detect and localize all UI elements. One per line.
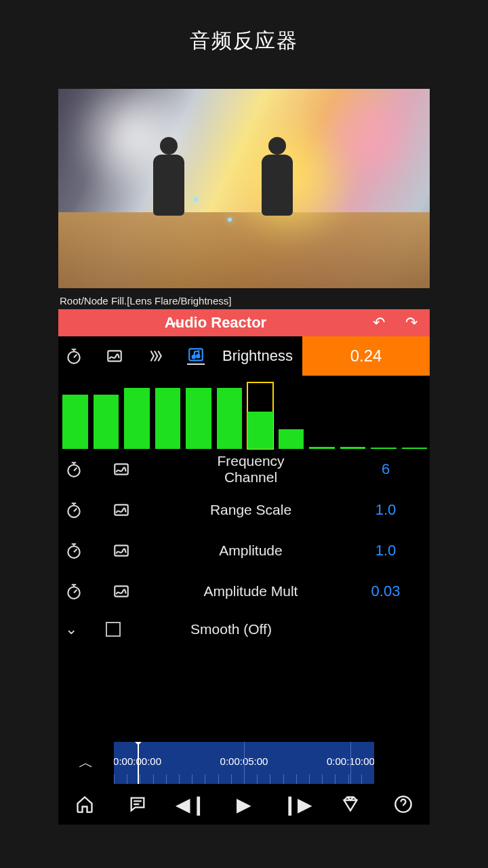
timeline-minor-tick bbox=[348, 774, 349, 784]
svg-point-3 bbox=[192, 355, 195, 358]
curve-icon[interactable] bbox=[113, 460, 130, 478]
smooth-checkbox[interactable] bbox=[106, 622, 121, 637]
curve-icon[interactable] bbox=[106, 347, 123, 365]
bottom-toolbar: ◀❙ ▶ ❙▶ bbox=[58, 784, 430, 825]
param-icons bbox=[65, 583, 160, 600]
timeline-minor-tick bbox=[361, 774, 362, 784]
timeline-minor-tick bbox=[179, 774, 180, 784]
redo-icon[interactable]: ↷ bbox=[405, 314, 418, 332]
chevron-down-icon[interactable]: ⌄ bbox=[65, 620, 106, 638]
stopwatch-icon[interactable] bbox=[65, 501, 83, 519]
param-label: Amplitude bbox=[160, 542, 342, 559]
frequency-bar[interactable] bbox=[371, 448, 396, 449]
header-actions: ↶ ↷ bbox=[373, 314, 430, 332]
timeline-minor-tick bbox=[153, 774, 154, 784]
frequency-bar[interactable] bbox=[402, 448, 428, 449]
play-icon[interactable]: ▶ bbox=[234, 794, 254, 814]
param-label: Amplitude Mult bbox=[160, 583, 342, 599]
timeline-minor-tick bbox=[114, 774, 115, 784]
param-value[interactable]: 1.0 bbox=[342, 501, 430, 519]
brightness-row: Brightness 0.24 bbox=[58, 336, 430, 376]
timeline-minor-tick bbox=[335, 774, 336, 784]
param-icons bbox=[65, 460, 160, 478]
curve-icon[interactable] bbox=[113, 542, 130, 559]
brightness-value[interactable]: 0.24 bbox=[302, 336, 430, 376]
breadcrumb[interactable]: Root/Node Fill.[Lens Flare/Brightness] bbox=[58, 288, 430, 309]
timeline-minor-tick bbox=[166, 774, 167, 784]
frequency-bar[interactable] bbox=[155, 388, 181, 449]
param-icons bbox=[65, 542, 160, 559]
diamond-icon[interactable] bbox=[340, 794, 361, 814]
timeline-minor-tick bbox=[192, 774, 192, 784]
curve-icon[interactable] bbox=[113, 583, 130, 600]
undo-icon[interactable]: ↶ bbox=[373, 314, 385, 332]
brightness-mode-icons bbox=[58, 336, 205, 376]
timeline[interactable]: 0:00:00:000:00:05:000:00:10:00 bbox=[114, 742, 374, 784]
dancer-icon bbox=[140, 137, 201, 252]
param-label: Range Scale bbox=[160, 502, 342, 518]
timeline-minor-tick bbox=[283, 774, 284, 784]
page-title: 音频反应器 bbox=[0, 0, 488, 89]
param-label: FrequencyChannel bbox=[160, 453, 342, 486]
timeline-minor-tick bbox=[140, 774, 140, 784]
panel-header: ← Audio Reactor ↶ ↷ bbox=[58, 309, 430, 336]
frequency-bar[interactable] bbox=[94, 395, 119, 449]
param-row: Amplitude1.0 bbox=[58, 530, 430, 571]
timeline-minor-tick bbox=[322, 774, 323, 784]
timeline-minor-tick bbox=[218, 774, 219, 784]
brightness-label: Brightness bbox=[222, 347, 293, 365]
param-value[interactable]: 0.03 bbox=[342, 583, 430, 600]
param-row: FrequencyChannel6 bbox=[58, 449, 430, 490]
timeline-major-tick bbox=[350, 742, 351, 784]
timeline-minor-tick bbox=[127, 774, 127, 784]
back-arrow-icon[interactable]: ← bbox=[169, 313, 186, 332]
smooth-row[interactable]: ⌄ Smooth (Off) bbox=[58, 612, 430, 647]
svg-point-4 bbox=[197, 355, 199, 357]
lens-flare-icon bbox=[314, 89, 423, 191]
param-row: Amplitude Mult0.03 bbox=[58, 571, 430, 612]
stopwatch-icon[interactable] bbox=[65, 347, 83, 365]
param-value[interactable]: 1.0 bbox=[342, 542, 430, 559]
frequency-bar[interactable] bbox=[309, 447, 335, 449]
step-back-icon[interactable]: ◀❙ bbox=[181, 794, 201, 814]
param-row: Range Scale1.0 bbox=[58, 490, 430, 530]
smooth-label: Smooth (Off) bbox=[121, 621, 342, 637]
video-preview[interactable] bbox=[58, 89, 430, 288]
help-icon[interactable] bbox=[393, 794, 413, 814]
frequency-bar[interactable] bbox=[186, 388, 211, 449]
param-icons bbox=[65, 501, 160, 519]
timeline-minor-tick bbox=[309, 774, 310, 784]
timeline-minor-tick bbox=[244, 774, 245, 784]
timeline-minor-tick bbox=[257, 774, 258, 784]
timeline-minor-tick bbox=[205, 774, 205, 784]
step-forward-icon[interactable]: ❙▶ bbox=[287, 794, 307, 814]
timeline-minor-tick bbox=[231, 774, 232, 784]
shake-icon[interactable] bbox=[146, 347, 164, 365]
stopwatch-icon[interactable] bbox=[65, 583, 83, 600]
svg-rect-2 bbox=[189, 349, 203, 360]
sparkle-icon bbox=[228, 218, 232, 222]
panel-title: Audio Reactor bbox=[58, 314, 373, 332]
param-value[interactable]: 6 bbox=[342, 460, 430, 478]
frequency-bar[interactable] bbox=[279, 429, 304, 449]
playhead[interactable] bbox=[138, 742, 139, 784]
timeline-minor-tick bbox=[270, 774, 270, 784]
curve-icon[interactable] bbox=[113, 501, 130, 519]
stopwatch-icon[interactable] bbox=[65, 542, 83, 559]
music-tab-icon[interactable] bbox=[187, 347, 205, 365]
frequency-bar[interactable] bbox=[62, 395, 88, 449]
frequency-bar[interactable] bbox=[217, 388, 243, 449]
stopwatch-icon[interactable] bbox=[65, 460, 83, 478]
dancer-icon bbox=[248, 137, 309, 252]
frequency-bar[interactable] bbox=[247, 382, 273, 449]
chevron-up-icon[interactable]: ︿ bbox=[58, 753, 114, 773]
timeline-wrap: ︿ 0:00:00:000:00:05:000:00:10:00 bbox=[58, 742, 430, 784]
timeline-minor-tick bbox=[296, 774, 297, 784]
frequency-bar[interactable] bbox=[340, 447, 366, 449]
comment-icon[interactable] bbox=[127, 794, 148, 814]
app-frame: Root/Node Fill.[Lens Flare/Brightness] ←… bbox=[58, 89, 430, 825]
frequency-bar[interactable] bbox=[124, 388, 150, 449]
params-list: FrequencyChannel6Range Scale1.0Amplitude… bbox=[58, 449, 430, 612]
home-icon[interactable] bbox=[75, 794, 95, 814]
frequency-bars[interactable] bbox=[58, 376, 430, 449]
